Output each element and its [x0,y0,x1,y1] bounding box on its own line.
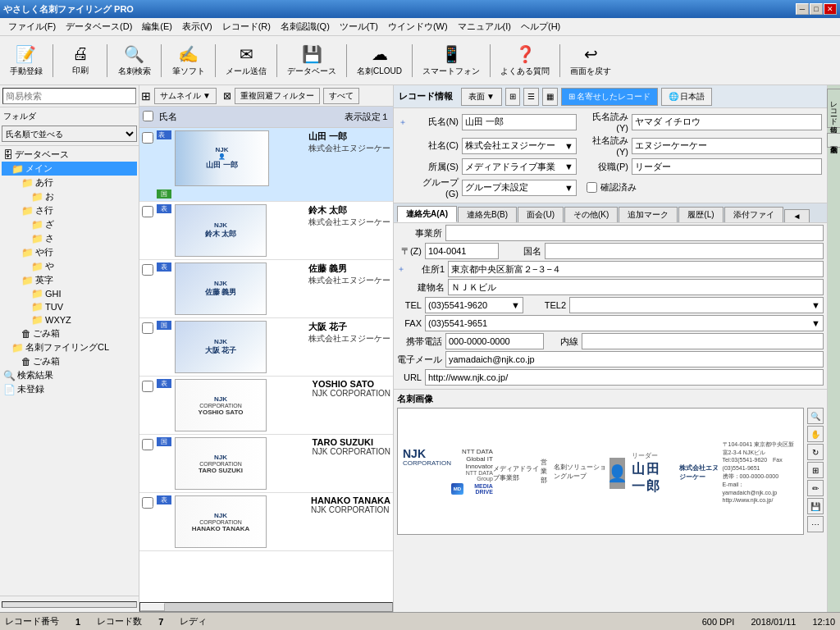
card-rotate-button[interactable]: ↻ [807,444,824,460]
surface-button[interactable]: 表面 ▼ [461,88,502,106]
card-zoom-button[interactable]: 🔍 [807,408,824,424]
all-button[interactable]: すべて [323,88,359,104]
menu-file[interactable]: ファイル(F) [3,19,61,34]
building-field[interactable] [448,279,824,295]
card-checkbox-4[interactable] [142,322,153,334]
card-search-button[interactable]: 🔍 名刺検索 [112,39,157,82]
tree-item-ya-row[interactable]: 📁 や行 [2,245,137,259]
menu-help[interactable]: ヘルプ(H) [516,19,565,34]
card-checkbox-3[interactable] [142,264,153,276]
extension-field[interactable] [582,333,824,349]
manual-register-button[interactable]: 📝 手動登録 [3,39,48,82]
pen-software-button[interactable]: ✍ 筆ソフト [166,39,211,82]
database-button[interactable]: 💾 データベース [281,39,342,82]
card-more-button[interactable]: ⋯ [807,516,824,532]
email-button[interactable]: ✉ メール送信 [220,39,272,82]
print-button[interactable]: 🖨 印刷 [57,39,103,82]
tree-item-ghi[interactable]: 📁 GHI [2,287,137,300]
tree-item-database[interactable]: 🗄 データベース [2,148,137,162]
menu-view[interactable]: 表示(V) [177,19,217,34]
card-row-4[interactable]: 国 NJK 大阪 花子 大阪 花子 株式会社エヌジーケー [139,318,393,377]
merge-records-button[interactable]: ⊞ 名寄せしたレコード [561,88,658,106]
menu-database[interactable]: データベース(D) [61,19,137,34]
maximize-button[interactable]: □ [810,3,823,15]
tree-item-za[interactable]: 📁 ざ [2,217,137,231]
tab-area[interactable]: 面会(U) [518,207,564,222]
tree-item-alphabet[interactable]: 📁 英字 [2,273,137,287]
address1-field[interactable] [448,261,824,277]
tree-item-unregistered[interactable]: 📄 未登録 [2,382,137,396]
thumbnail-button[interactable]: サムネイル ▼ [154,88,217,104]
confirm-checkbox[interactable] [587,182,597,193]
menu-record[interactable]: レコード(R) [217,19,276,34]
tree-item-wxyz[interactable]: 📁 WXYZ [2,313,137,326]
fax-dropdown[interactable]: (03)5541-9651 ▼ [425,315,824,331]
tree-item-search-results[interactable]: 🔍 検索結果 [2,368,137,382]
tab-address-b[interactable]: 連絡先B(B) [458,207,517,222]
card-image-tab[interactable]: 名刺画像 [827,133,840,148]
office-field[interactable] [445,225,824,241]
card-checkbox-7[interactable] [142,497,153,509]
menu-recognition[interactable]: 名刺認識(Q) [276,19,335,34]
card-checkbox-1[interactable] [142,132,153,144]
card-save-button[interactable]: 💾 [807,498,824,514]
tab-more[interactable]: ◄ [784,209,810,222]
card-checkbox-2[interactable] [142,206,153,217]
url-field[interactable] [425,369,824,386]
sort-select[interactable]: 氏名順で並べる [2,126,137,142]
faq-button[interactable]: ❓ よくある質問 [495,39,555,82]
card-edit-button[interactable]: ✏ [807,480,824,496]
card-checkbox-6[interactable] [142,439,153,450]
tel2-dropdown[interactable]: ▼ [569,297,824,313]
card-row-1[interactable]: 表 NJK 👤 山田 一郎 国 山田 一郎 株式会社エヌジーケー [139,128,393,202]
tree-item-main[interactable]: 📁 メイン [2,162,137,176]
minimize-button[interactable]: ─ [796,3,809,15]
company-read-field[interactable] [632,138,822,154]
card-hand-button[interactable]: ✋ [807,426,824,442]
card-row-3[interactable]: 表 NJK 佐藤 義男 佐藤 義男 株式会社エヌジーケー [139,260,393,318]
language-button[interactable]: 🌐 日本語 [661,88,712,106]
duplicate-filter-button[interactable]: 重複回避フィルター [235,88,320,104]
tree-item-a-row[interactable]: 📁 あ行 [2,176,137,189]
tel-dropdown[interactable]: (03)5541-9620 ▼ [425,297,523,313]
country-field[interactable] [545,243,824,259]
tree-item-trash[interactable]: 🗑 ごみ箱 [2,326,137,340]
card-view-icon-1[interactable]: ⊞ [505,88,520,106]
address1-expand[interactable]: ＋ [397,263,409,275]
email-field[interactable] [445,351,824,368]
dept-dropdown[interactable]: メディアドライブ事業 ▼ [462,158,577,175]
h-scrollbar[interactable] [0,596,139,612]
tree-item-ya[interactable]: 📁 や [2,259,137,273]
tree-item-o[interactable]: 📁 お [2,189,137,203]
tree-item-trash2[interactable]: 🗑 ごみ箱 [2,354,137,368]
card-flip-button[interactable]: ⊞ [807,462,824,478]
menu-tools[interactable]: ツール(T) [335,19,383,34]
menu-window[interactable]: ウインドウ(W) [383,19,453,34]
tab-address-a[interactable]: 連絡先A(A) [397,206,457,222]
name-expand-button[interactable]: ＋ [399,116,410,128]
tab-history[interactable]: 履歴(L) [678,207,723,222]
company-dropdown[interactable]: 株式会社エヌジーケー ▼ [462,138,577,154]
close-button[interactable]: ✕ [824,3,837,15]
card-checkbox-5[interactable] [142,381,153,392]
record-info-tab[interactable]: レコード情報 [827,89,840,128]
zip-field[interactable] [425,243,499,259]
tab-other[interactable]: その他(K) [564,207,618,222]
smartphone-button[interactable]: 📱 スマートフォン [417,39,486,82]
tree-item-filing[interactable]: 📁 名刺ファイリングCL [2,340,137,354]
name-read-field[interactable] [632,114,822,130]
tree-item-tuv[interactable]: 📁 TUV [2,300,137,313]
cloud-button[interactable]: ☁ 名刺CLOUD [351,39,408,82]
card-view-icon-3[interactable]: ▦ [542,88,558,106]
search-input[interactable] [2,88,136,104]
group-dropdown[interactable]: グループ未設定 ▼ [462,180,577,196]
card-row-2[interactable]: 表 NJK 鈴木 太郎 鈴木 太郎 株式会社エヌジーケー [139,202,393,260]
menu-manual[interactable]: マニュアル(I) [453,19,516,34]
tree-item-sa[interactable]: 📁 さ [2,231,137,245]
card-row-7[interactable]: 表 NJK CORPORATION HANAKO TANAKA HANAKO T… [139,493,393,551]
tree-item-sa-row[interactable]: 📁 さ行 [2,203,137,217]
menu-edit[interactable]: 編集(E) [137,19,177,34]
tab-attach[interactable]: 添付ファイ [724,207,783,222]
title-field[interactable] [632,158,822,175]
name-field[interactable] [462,114,577,130]
